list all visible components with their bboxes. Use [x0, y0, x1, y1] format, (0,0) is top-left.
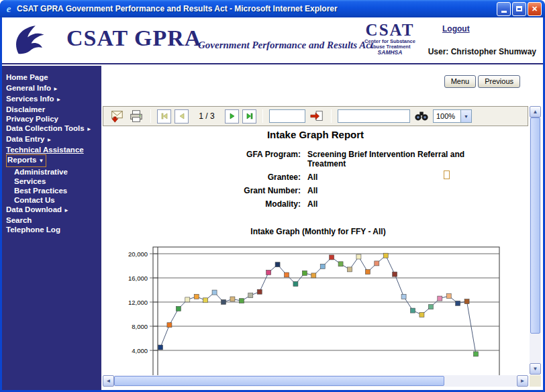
sidebar-item-administrative[interactable]: Administrative: [6, 167, 101, 177]
submenu-arrow-icon: ►: [64, 207, 69, 213]
report-fields: GFA Program: Screening Brief Interventio…: [103, 150, 528, 209]
main-content: Menu Previous: [101, 66, 543, 390]
sidebar-item-privacy-policy[interactable]: Privacy Policy: [6, 114, 101, 124]
logout-link[interactable]: Logout: [442, 24, 470, 34]
sidebar-item-data-download[interactable]: Data Download►: [6, 205, 101, 215]
report-toolbar: 1 / 3: [103, 106, 528, 126]
field-value: Screening Brief Intervention Referral an…: [307, 150, 495, 168]
next-page-icon: [228, 112, 236, 120]
window-controls: ✕: [497, 2, 542, 16]
submenu-arrow-icon: ►: [56, 97, 62, 103]
toolbar-separator: [331, 109, 332, 123]
scroll-left-button[interactable]: ◄: [103, 375, 114, 387]
sidebar-item-services[interactable]: Services: [6, 177, 101, 186]
field-value: All: [307, 186, 495, 195]
first-page-button[interactable]: [157, 109, 171, 124]
sidebar-item-disclaimer[interactable]: Disclaimer: [6, 105, 101, 114]
maximize-button[interactable]: [512, 2, 526, 16]
intake-chart-svg: 20,00016,00012,0008,0004,000: [124, 244, 500, 375]
minimize-icon: [501, 11, 507, 13]
submenu-arrow-icon: ►: [47, 137, 52, 143]
sidebar-item-search[interactable]: Search: [6, 215, 101, 225]
horizontal-scroll-track[interactable]: [114, 375, 517, 387]
chart-title: Intake Graph (Monthly for FFY - All): [123, 227, 513, 236]
svg-text:12,000: 12,000: [128, 299, 148, 306]
goto-page-icon: [309, 109, 324, 123]
sidebar-item-reports[interactable]: Reports▼: [6, 154, 101, 167]
submenu-open-arrow-icon: ▼: [38, 158, 44, 164]
hhs-logo: [9, 21, 48, 62]
previous-page-button[interactable]: [175, 109, 189, 124]
page-indicator: 1 / 3: [192, 111, 221, 121]
export-button[interactable]: [109, 109, 125, 124]
svg-text:16,000: 16,000: [128, 275, 148, 282]
samhsa-label: SAMHSA: [361, 50, 419, 56]
search-text-input[interactable]: [338, 109, 410, 123]
vertical-scroll-thumb[interactable]: [530, 117, 540, 334]
logged-in-user: User: Christopher Shumway: [428, 47, 536, 56]
report-page: Intake Graph Report GFA Program: Screeni…: [103, 128, 528, 375]
toolbar-separator: [262, 109, 263, 123]
scrollbar-corner: [530, 375, 541, 387]
scroll-down-button[interactable]: ▼: [530, 363, 541, 375]
sidebar-item-general-info[interactable]: General Info►: [6, 83, 101, 94]
svg-text:8,000: 8,000: [132, 323, 148, 330]
sidebar-item-services-info[interactable]: Services Info►: [6, 94, 101, 105]
vertical-scrollbar[interactable]: ▲ ▼: [530, 106, 541, 375]
sidebar-item-data-collection-tools[interactable]: Data Collection Tools►: [6, 124, 101, 134]
next-page-button[interactable]: [225, 109, 239, 124]
report-title: Intake Graph Report: [103, 129, 528, 140]
vertical-scroll-track[interactable]: [530, 117, 541, 363]
previous-button[interactable]: Previous: [478, 75, 520, 88]
horizontal-scroll-thumb[interactable]: [114, 376, 444, 386]
sidebar-item-home-page[interactable]: Home Page: [6, 72, 101, 83]
zoom-select[interactable]: 100% ▼: [433, 109, 472, 123]
close-button[interactable]: ✕: [528, 2, 542, 16]
page-header: CSAT GPRA Government Performance and Res…: [2, 17, 543, 64]
sidebar-nav: Home Page General Info► Services Info► D…: [2, 66, 101, 390]
window-title: CSAT GPRA Government Performance and Res…: [17, 4, 497, 13]
scroll-right-button[interactable]: ►: [517, 375, 528, 387]
csat-logo: CSAT Center for Substance Abuse Treatmen…: [361, 21, 419, 56]
field-label: Grantee:: [103, 173, 301, 182]
sidebar-item-telephone-log[interactable]: Telephone Log: [6, 225, 101, 234]
page-nav-buttons: Menu Previous: [444, 75, 520, 88]
first-page-icon: [160, 112, 168, 120]
intake-chart: 20,00016,00012,0008,0004,000: [124, 244, 500, 375]
field-label: Modality:: [103, 199, 301, 209]
sidebar-item-technical-assistance[interactable]: Technical Assistance: [6, 145, 101, 154]
internet-explorer-icon[interactable]: e: [3, 3, 14, 15]
toolbar-separator: [150, 109, 151, 123]
sidebar-item-data-entry[interactable]: Data Entry►: [6, 134, 101, 145]
goto-page-input[interactable]: [269, 109, 305, 123]
field-label: Grant Number:: [103, 186, 301, 195]
field-value: All: [307, 199, 495, 209]
chevron-down-icon[interactable]: ▼: [460, 110, 471, 122]
sidebar-item-best-practices[interactable]: Best Practices: [6, 186, 101, 195]
minimize-button[interactable]: [497, 2, 511, 16]
horizontal-scrollbar[interactable]: ◄ ►: [103, 375, 528, 387]
brand-title: CSAT GPRA: [66, 26, 201, 51]
browser-window: e CSAT GPRA Government Performance and R…: [0, 0, 545, 392]
goto-page-button[interactable]: [309, 109, 325, 124]
missing-glyph-artifact: [444, 170, 450, 179]
maximize-icon: [516, 6, 522, 11]
find-button[interactable]: [413, 109, 430, 124]
menu-button[interactable]: Menu: [444, 75, 477, 88]
export-envelope-icon: [109, 109, 124, 124]
print-button[interactable]: [128, 109, 144, 124]
scroll-up-button[interactable]: ▲: [530, 106, 541, 117]
last-page-button[interactable]: [242, 109, 256, 124]
submenu-arrow-icon: ►: [87, 126, 92, 132]
csat-logo-name: CSAT: [361, 21, 419, 39]
sidebar-item-contact-us[interactable]: Contact Us: [6, 195, 101, 205]
submenu-arrow-icon: ►: [53, 86, 58, 92]
zoom-value: 100%: [434, 112, 460, 120]
last-page-icon: [246, 112, 254, 120]
field-value: All: [307, 173, 495, 182]
window-content: CSAT GPRA Government Performance and Res…: [2, 17, 543, 390]
brand-tagline: Government Performance and Results Act: [198, 40, 373, 51]
field-label: GFA Program:: [103, 150, 301, 168]
title-bar: e CSAT GPRA Government Performance and R…: [0, 0, 545, 17]
svg-text:20,000: 20,000: [128, 250, 148, 258]
